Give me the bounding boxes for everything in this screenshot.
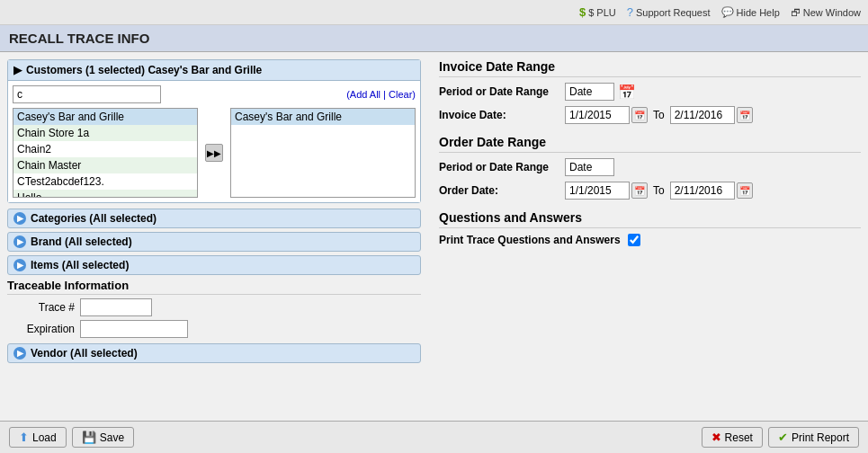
expiration-input[interactable] bbox=[80, 320, 188, 338]
main-content: ▶ Customers (1 selected) Casey's Bar and… bbox=[0, 52, 868, 412]
brand-label: Brand (All selected) bbox=[31, 235, 132, 248]
vendor-label: Vendor (All selected) bbox=[31, 347, 138, 360]
customers-search-row: (Add All | Clear) bbox=[13, 85, 416, 103]
invoice-period-row: Period or Date Range 📅 bbox=[439, 83, 861, 101]
add-all-link[interactable]: Add All bbox=[350, 89, 380, 100]
list-item[interactable]: CTest2abcdef123. bbox=[13, 173, 197, 190]
support-label: Support Request bbox=[636, 7, 711, 18]
order-from-calendar-button[interactable]: 📅 bbox=[631, 182, 648, 199]
invoice-date-label: Invoice Date: bbox=[439, 109, 565, 121]
invoice-date-from-input[interactable] bbox=[565, 106, 630, 124]
support-request-button[interactable]: ? Support Request bbox=[627, 5, 711, 19]
right-panel: Invoice Date Range Period or Date Range … bbox=[432, 59, 861, 404]
order-date-to-input[interactable] bbox=[670, 182, 735, 200]
items-expand-icon: ▶ bbox=[13, 259, 26, 271]
qa-print-checkbox[interactable] bbox=[628, 234, 640, 246]
categories-expand-icon: ▶ bbox=[13, 212, 26, 225]
categories-section-header[interactable]: ▶ Categories (All selected) bbox=[7, 209, 421, 228]
list-item[interactable]: Casey's Bar and Grille bbox=[13, 109, 197, 125]
invoice-to-calendar-button[interactable]: 📅 bbox=[737, 107, 753, 123]
expiration-field: Expiration bbox=[7, 320, 421, 338]
window-icon: 🗗 bbox=[791, 7, 801, 18]
customers-available-list[interactable]: Casey's Bar and GrilleChain Store 1aChai… bbox=[13, 108, 198, 198]
order-date-range-title: Order Date Range bbox=[439, 135, 861, 153]
invoice-date-range-section: Invoice Date Range Period or Date Range … bbox=[439, 59, 861, 124]
order-date-row: Order Date: 📅 To 📅 bbox=[439, 182, 861, 200]
qa-row: Print Trace Questions and Answers bbox=[439, 234, 861, 246]
customers-links: (Add All | Clear) bbox=[346, 89, 416, 100]
traceable-section: Traceable Information Trace # Expiration bbox=[7, 279, 421, 338]
vendor-expand-icon: ▶ bbox=[13, 347, 26, 360]
categories-label: Categories (All selected) bbox=[31, 212, 157, 225]
page-title: RECALL TRACE INFO bbox=[0, 25, 868, 52]
new-window-label: New Window bbox=[803, 7, 861, 18]
add-customer-arrow-button[interactable]: ▶▶ bbox=[205, 144, 223, 162]
customers-header[interactable]: ▶ Customers (1 selected) Casey's Bar and… bbox=[8, 60, 420, 81]
customers-selected-list[interactable]: Casey's Bar and Grille bbox=[230, 108, 416, 198]
customers-header-label: Customers (1 selected) Casey's Bar and G… bbox=[26, 64, 262, 76]
list-item[interactable]: Hello.. bbox=[13, 190, 197, 198]
items-section-header[interactable]: ▶ Items (All selected) bbox=[7, 255, 421, 275]
order-period-row: Period or Date Range bbox=[439, 158, 861, 176]
invoice-date-range-title: Invoice Date Range bbox=[439, 59, 861, 77]
qa-print-label: Print Trace Questions and Answers bbox=[439, 234, 621, 246]
customers-lists: Casey's Bar and GrilleChain Store 1aChai… bbox=[13, 108, 416, 198]
vendor-section-header[interactable]: ▶ Vendor (All selected) bbox=[7, 343, 421, 363]
order-date-range-section: Order Date Range Period or Date Range Or… bbox=[439, 135, 861, 200]
invoice-from-calendar-button[interactable]: 📅 bbox=[631, 107, 648, 123]
clear-link[interactable]: Clear bbox=[389, 89, 412, 100]
customer-search-input[interactable] bbox=[13, 85, 161, 103]
customers-body: (Add All | Clear) Casey's Bar and Grille… bbox=[8, 81, 420, 202]
list-item[interactable]: Chain Store 1a bbox=[13, 125, 197, 141]
qa-section: Questions and Answers Print Trace Questi… bbox=[439, 210, 861, 246]
invoice-date-to-input[interactable] bbox=[670, 106, 735, 124]
order-date-label: Order Date: bbox=[439, 184, 565, 197]
customers-section: ▶ Customers (1 selected) Casey's Bar and… bbox=[7, 59, 421, 203]
traceable-title: Traceable Information bbox=[7, 279, 421, 295]
list-item[interactable]: Chain2 bbox=[13, 141, 197, 157]
invoice-calendar-icon[interactable]: 📅 bbox=[618, 84, 636, 101]
left-panel: ▶ Customers (1 selected) Casey's Bar and… bbox=[7, 59, 421, 404]
support-icon: ? bbox=[627, 5, 633, 19]
new-window-button[interactable]: 🗗 New Window bbox=[791, 7, 861, 18]
trace-number-input[interactable] bbox=[80, 298, 152, 316]
list-item[interactable]: Chain Master bbox=[13, 157, 197, 173]
chat-icon: 💬 bbox=[721, 6, 734, 18]
list-item[interactable]: Casey's Bar and Grille bbox=[231, 109, 415, 125]
plu-button[interactable]: $ $ PLU bbox=[579, 5, 616, 19]
plu-label: $ PLU bbox=[588, 7, 616, 18]
invoice-period-input[interactable] bbox=[565, 83, 614, 101]
order-period-label: Period or Date Range bbox=[439, 161, 565, 173]
customers-available-list-container: Casey's Bar and GrilleChain Store 1aChai… bbox=[13, 108, 198, 198]
customers-expand-icon: ▶ bbox=[13, 64, 22, 76]
invoice-to-label: To bbox=[653, 109, 665, 121]
dollar-icon: $ bbox=[579, 5, 586, 19]
trace-number-field: Trace # bbox=[7, 298, 421, 316]
items-label: Items (All selected) bbox=[31, 259, 129, 271]
qa-title: Questions and Answers bbox=[439, 210, 861, 228]
order-to-calendar-button[interactable]: 📅 bbox=[737, 182, 753, 199]
top-bar: $ $ PLU ? Support Request 💬 Hide Help 🗗 … bbox=[0, 0, 868, 25]
customers-selected-list-container: Casey's Bar and Grille bbox=[230, 108, 416, 198]
brand-expand-icon: ▶ bbox=[13, 235, 26, 248]
brand-section-header[interactable]: ▶ Brand (All selected) bbox=[7, 232, 421, 252]
trace-number-label: Trace # bbox=[7, 301, 75, 314]
order-date-from-input[interactable] bbox=[565, 182, 630, 200]
invoice-period-label: Period or Date Range bbox=[439, 85, 565, 98]
order-period-input[interactable] bbox=[565, 158, 614, 176]
hide-help-button[interactable]: 💬 Hide Help bbox=[721, 6, 780, 18]
invoice-date-row: Invoice Date: 📅 To 📅 bbox=[439, 106, 861, 124]
hide-help-label: Hide Help bbox=[737, 7, 780, 18]
order-to-label: To bbox=[653, 184, 665, 197]
expiration-label: Expiration bbox=[7, 323, 75, 335]
